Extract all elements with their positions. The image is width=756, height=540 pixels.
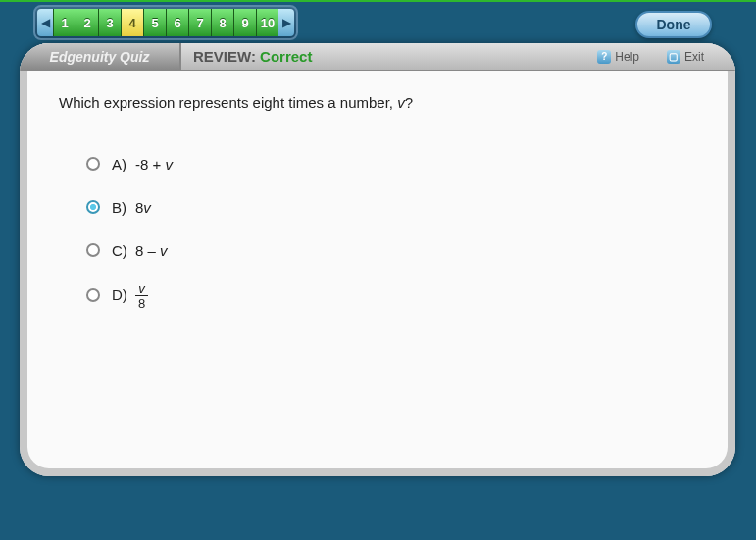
done-button[interactable]: Done: [635, 11, 712, 38]
nav-frame: ◀ 1 2 3 4 5 6 7 8 9 10 ▶: [33, 5, 298, 40]
exit-icon: ▢: [667, 50, 680, 64]
prompt-var: v: [397, 94, 405, 111]
option-a[interactable]: A) -8 + v: [86, 150, 696, 177]
radio-a[interactable]: [86, 157, 100, 171]
nav-q2[interactable]: 2: [76, 9, 98, 36]
nav-q1[interactable]: 1: [53, 9, 76, 36]
next-arrow[interactable]: ▶: [278, 9, 294, 36]
nav-q9[interactable]: 9: [233, 9, 256, 36]
prompt-after: ?: [405, 94, 413, 111]
help-button[interactable]: ? Help: [597, 47, 639, 67]
question-nav: ◀ 1 2 3 4 5 6 7 8 9 10 ▶ Done: [33, 5, 756, 40]
nav-q3[interactable]: 3: [98, 9, 121, 36]
nav-q8[interactable]: 8: [211, 9, 233, 36]
option-c-letter: C): [112, 242, 135, 259]
option-c-content: 8 – v: [135, 242, 168, 259]
review-status-text: Correct: [260, 48, 312, 65]
radio-b[interactable]: [86, 200, 100, 214]
option-a-content: -8 + v: [135, 156, 173, 172]
nav-q5[interactable]: 5: [143, 9, 166, 36]
prev-arrow[interactable]: ◀: [37, 9, 53, 36]
nav-q6[interactable]: 6: [166, 9, 188, 36]
panel-header: Edgenuity Quiz REVIEW: Correct ? Help ▢ …: [20, 43, 735, 71]
help-label: Help: [615, 50, 639, 64]
option-d-letter: D): [112, 286, 135, 303]
option-d[interactable]: D) v 8: [86, 279, 696, 310]
exit-label: Exit: [684, 50, 704, 64]
review-status: REVIEW: Correct: [193, 48, 312, 65]
options-list: A) -8 + v B) 8v C) 8 – v: [86, 150, 696, 310]
option-b-letter: B): [112, 199, 135, 216]
quiz-panel: Edgenuity Quiz REVIEW: Correct ? Help ▢ …: [20, 43, 735, 476]
fraction-num: v: [135, 282, 148, 296]
opt-a-before: -8 +: [135, 156, 165, 172]
opt-b-var: v: [143, 199, 151, 216]
opt-c-var: v: [160, 242, 168, 259]
radio-c[interactable]: [86, 243, 100, 257]
fraction-den: 8: [135, 296, 148, 310]
option-b-content: 8v: [135, 199, 151, 216]
nav-q7[interactable]: 7: [188, 9, 211, 36]
radio-d[interactable]: [86, 288, 100, 302]
review-prefix: REVIEW:: [193, 48, 260, 65]
nav-q4[interactable]: 4: [121, 9, 143, 36]
exit-button[interactable]: ▢ Exit: [667, 47, 704, 67]
brand-label: Edgenuity Quiz: [20, 43, 181, 70]
prompt-before: Which expression represents eight times …: [59, 94, 397, 111]
help-icon: ?: [597, 50, 611, 64]
top-accent-bar: [0, 0, 756, 2]
fraction-icon: v 8: [135, 282, 148, 310]
option-d-content: v 8: [135, 279, 148, 310]
option-b[interactable]: B) 8v: [86, 193, 696, 221]
question-prompt: Which expression represents eight times …: [59, 94, 696, 111]
question-area: Which expression represents eight times …: [20, 71, 735, 349]
option-c[interactable]: C) 8 – v: [86, 236, 696, 264]
nav-q10[interactable]: 10: [256, 9, 278, 36]
option-a-letter: A): [112, 156, 135, 172]
opt-c-before: 8 –: [135, 242, 160, 259]
opt-a-var: v: [165, 156, 173, 172]
